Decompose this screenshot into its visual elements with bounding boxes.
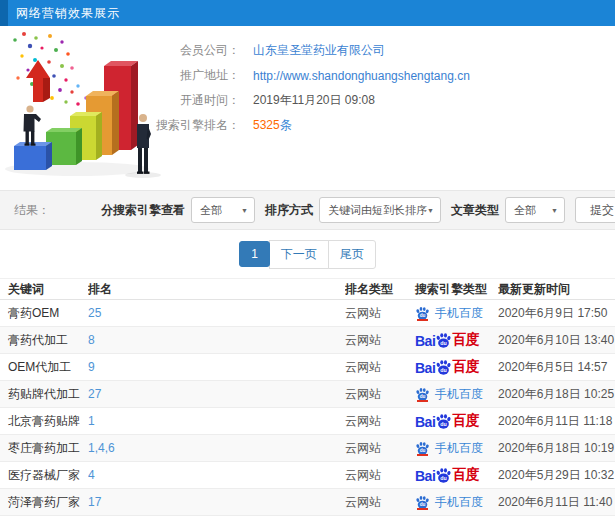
baidu-paw-icon: du (415, 306, 430, 321)
engine-cell: du 手机百度 (408, 440, 498, 457)
engine-filter-label: 分搜索引擎查看 (101, 202, 185, 219)
mobile-baidu-underline (417, 508, 428, 510)
mobile-baidu-underline (417, 454, 428, 456)
article-type-select[interactable]: 全部 ▼ (505, 197, 565, 223)
rank-cell: 4 (88, 468, 345, 482)
baidu-paw-icon: du (415, 387, 430, 402)
caret-down-icon: ▼ (241, 207, 248, 214)
baidu-paw-icon: du (415, 441, 430, 456)
rank-link[interactable]: 25 (88, 306, 101, 320)
svg-text:du: du (420, 313, 426, 318)
result-label: 结果： (14, 202, 50, 219)
sort-filter-value: 关键词由短到长排序 (328, 203, 427, 218)
header-rank: 排名 (88, 281, 345, 298)
mobile-baidu-underline (417, 400, 428, 402)
keyword-cell: 枣庄膏药加工 (0, 440, 88, 457)
company-link[interactable]: 山东皇圣堂药业有限公司 (253, 42, 385, 59)
engine-cell: Bai du 百度 (408, 331, 498, 349)
open-time-label: 开通时间： (0, 92, 240, 109)
mobile-baidu-label: 手机百度 (435, 305, 483, 322)
engine-cell: Bai du 百度 (408, 358, 498, 376)
rank-count-number: 5325 (253, 118, 280, 132)
rank-cell: 25 (88, 306, 345, 320)
last-page-button[interactable]: 尾页 (328, 240, 376, 269)
baidu-logo-text-baidu: 百度 (452, 358, 479, 376)
title-bar-stripe (0, 0, 8, 26)
page-button-1[interactable]: 1 (239, 241, 270, 267)
updated-cell: 2020年6月18日 10:19 (498, 440, 615, 457)
caret-down-icon: ▼ (551, 207, 558, 214)
baidu-paw-icon: du (415, 495, 430, 510)
rank-count-value: 5325条 (253, 117, 292, 134)
rank-link[interactable]: 1,4,6 (88, 441, 115, 455)
company-label: 会员公司： (0, 42, 240, 59)
submit-button[interactable]: 提交 (575, 197, 615, 223)
table-row: OEM代加工 9 云网站 Bai du 百度 2020年6月5日 14:57 (0, 354, 615, 381)
baidu-logo-text-baidu: 百度 (452, 412, 479, 430)
engine-filter-select[interactable]: 全部 ▼ (191, 197, 255, 223)
baidu-paw-icon: du (435, 359, 452, 376)
baidu-logo: Bai du 百度 (415, 466, 479, 484)
mobile-baidu-logo: du 手机百度 (415, 386, 483, 403)
filter-controls: 分搜索引擎查看 全部 ▼ 排序方式 关键词由短到长排序 ▼ 文章类型 全部 ▼ … (91, 197, 615, 223)
pagination: 1 下一页 尾页 (0, 230, 615, 278)
info-row-company: 会员公司： 山东皇圣堂药业有限公司 (0, 38, 615, 63)
sort-filter-label: 排序方式 (265, 202, 313, 219)
info-row-url: 推广地址： http://www.shandonghuangshengtang.… (0, 63, 615, 88)
updated-cell: 2020年5月29日 10:32 (498, 467, 615, 484)
promo-url-link[interactable]: http://www.shandonghuangshengtang.cn (253, 69, 470, 83)
svg-text:du: du (441, 421, 447, 427)
updated-cell: 2020年6月10日 13:40 (498, 332, 615, 349)
baidu-logo-text-bai: Bai (415, 414, 435, 430)
rank-type-cell: 云网站 (345, 386, 408, 403)
baidu-paw-icon: du (435, 332, 452, 349)
svg-text:du: du (441, 340, 447, 346)
table-row: 北京膏药贴牌 1 云网站 Bai du 百度 2020年6月11日 11:18 (0, 408, 615, 435)
rank-link[interactable]: 9 (88, 360, 95, 374)
info-row-rank-count: 搜索引擎排名： 5325条 (0, 113, 615, 138)
article-type-value: 全部 (514, 203, 536, 218)
rank-type-cell: 云网站 (345, 494, 408, 511)
keyword-cell: 医疗器械厂家 (0, 467, 88, 484)
member-info-list: 会员公司： 山东皇圣堂药业有限公司 推广地址： http://www.shand… (0, 38, 615, 138)
rank-link[interactable]: 4 (88, 468, 95, 482)
table-row: 医疗器械厂家 4 云网站 Bai du 百度 2020年5月29日 10:32 (0, 462, 615, 489)
rank-type-cell: 云网站 (345, 332, 408, 349)
table-row: 膏药代加工 8 云网站 Bai du 百度 2020年6月10日 13:40 (0, 327, 615, 354)
engine-cell: du 手机百度 (408, 305, 498, 322)
svg-text:du: du (420, 448, 426, 453)
table-row: 菏泽膏药厂家 17 云网站 du 手机百度 2020年6月11日 11:40 (0, 489, 615, 516)
svg-text:du: du (420, 394, 426, 399)
page: 网络营销效果展示 (0, 0, 615, 520)
rank-cell: 8 (88, 333, 345, 347)
sort-filter-select[interactable]: 关键词由短到长排序 ▼ (319, 197, 441, 223)
rank-type-cell: 云网站 (345, 359, 408, 376)
rank-link[interactable]: 27 (88, 387, 101, 401)
baidu-logo: Bai du 百度 (415, 412, 479, 430)
mobile-baidu-label: 手机百度 (435, 386, 483, 403)
svg-text:du: du (441, 475, 447, 481)
rank-cell: 27 (88, 387, 345, 401)
baidu-logo-text-bai: Bai (415, 333, 435, 349)
mobile-baidu-underline (417, 319, 428, 321)
next-page-button[interactable]: 下一页 (269, 240, 329, 269)
rank-link[interactable]: 1 (88, 414, 95, 428)
rank-type-cell: 云网站 (345, 413, 408, 430)
table-row: 膏药OEM 25 云网站 du 手机百度 2020年6月9日 17:50 (0, 300, 615, 327)
article-type-label: 文章类型 (451, 202, 499, 219)
rank-cell: 1,4,6 (88, 441, 345, 455)
rank-type-cell: 云网站 (345, 467, 408, 484)
title-bar: 网络营销效果展示 (0, 0, 615, 26)
baidu-logo-text-baidu: 百度 (452, 331, 479, 349)
keyword-cell: 膏药代加工 (0, 332, 88, 349)
baidu-logo: Bai du 百度 (415, 358, 479, 376)
rank-type-cell: 云网站 (345, 305, 408, 322)
rank-cell: 1 (88, 414, 345, 428)
baidu-logo-text-bai: Bai (415, 468, 435, 484)
rank-link[interactable]: 17 (88, 495, 101, 509)
header-keyword: 关键词 (0, 281, 88, 298)
table-row: 药贴牌代加工 27 云网站 du 手机百度 2020年6月18日 10:25 (0, 381, 615, 408)
svg-text:du: du (441, 367, 447, 373)
table-body: 膏药OEM 25 云网站 du 手机百度 2020年6月9日 17:50 膏药代… (0, 300, 615, 516)
rank-link[interactable]: 8 (88, 333, 95, 347)
